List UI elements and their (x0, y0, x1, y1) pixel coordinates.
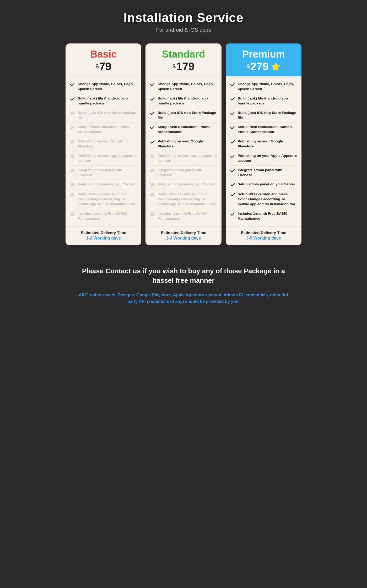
check-icon (230, 96, 235, 102)
feature-text: Change App Name, Colors, Logo, Splash Sc… (238, 82, 297, 92)
feature-text: Integrate admin panel with Firebase (78, 168, 137, 178)
plan-price-basic: $79 (71, 61, 136, 72)
feature-item: Integrate admin panel with Firebase (70, 166, 137, 180)
plan-footer-standard: Estimated Delivery Time2-3 Working days (145, 226, 221, 245)
price-symbol-premium: $ (247, 63, 250, 70)
feature-item: Setup Push Notification, Admob, Phone Au… (230, 123, 297, 137)
feature-text: Includes 1-month Free BASIC Maintainance (238, 211, 297, 221)
feature-text: Setup Push Notification, Phone Authentic… (158, 125, 217, 135)
plan-name-basic: Basic (71, 49, 136, 60)
feature-item: Change App Name, Colors, Logo, Splash Sc… (150, 80, 217, 94)
bottom-section: Please Contact us if you wish to buy any… (66, 261, 301, 310)
feature-item: Publishing on your Google Playstore (70, 137, 137, 151)
x-icon (70, 139, 75, 145)
feature-item: Publishing on your Google Playstore (230, 137, 297, 151)
feature-text: Setup admin panel on your Server (78, 182, 135, 187)
check-icon (70, 96, 75, 102)
x-icon (150, 182, 155, 187)
feature-text: Setup admin panel on your Server (158, 182, 215, 187)
feature-item: Build (.ipa) iOS App Store Package file (230, 108, 297, 123)
feature-text: Includes 1-month Free BASIC Maintainance (78, 211, 137, 221)
x-icon (150, 154, 155, 159)
delivery-time-premium: 3-5 Working days (230, 236, 297, 241)
check-icon (150, 82, 155, 87)
delivery-label-standard: Estimated Delivery Time (150, 230, 217, 235)
feature-item: Integrate admin panel with Firebase (150, 166, 217, 180)
check-icon (230, 139, 235, 145)
check-icon (230, 212, 235, 217)
feature-text: Includes 1-month Free BASIC Maintainance (158, 211, 217, 221)
feature-text: Setup admin panel on your Server (238, 182, 295, 187)
page-subtitle: For android & iOS apps (66, 27, 301, 33)
check-icon (230, 182, 235, 187)
feature-text: Publishing on your Apple Appstore accoun… (78, 153, 137, 163)
feature-item: Publishing on your Apple Appstore accoun… (230, 151, 297, 166)
check-icon (150, 139, 155, 145)
plan-price-premium: $279⭐ (231, 61, 296, 72)
page-wrapper: Installation Service For android & iOS a… (66, 10, 301, 310)
plan-footer-premium: Estimated Delivery Time3-5 Working days (226, 226, 301, 245)
x-icon (70, 182, 75, 187)
check-icon (150, 125, 155, 130)
feature-text: Change App Name, Colors, Logo, Splash Sc… (78, 82, 137, 92)
feature-text: Publishing on your Google Playstore (158, 139, 217, 149)
plan-header-standard: Standard$179 (145, 43, 221, 76)
feature-text: Setup Push Notification, Phone Authentic… (78, 125, 137, 135)
plans-grid: Basic$79Change App Name, Colors, Logo, S… (66, 43, 301, 245)
feature-text: Publishing on your Apple Appstore accoun… (158, 153, 217, 163)
check-icon (230, 125, 235, 130)
check-icon (230, 168, 235, 173)
plan-header-premium: Premium$279⭐ (226, 43, 301, 76)
features-list-basic: Change App Name, Colors, Logo, Splash Sc… (66, 76, 141, 226)
x-icon (70, 111, 75, 116)
feature-text: Build (.apk) file & android app bundle p… (158, 96, 217, 106)
feature-text: Integrate admin panel with Firebase (158, 168, 217, 178)
check-icon (150, 96, 155, 102)
feature-text: Build (.apk) file & android app bundle p… (78, 96, 137, 106)
delivery-label-premium: Estimated Delivery Time (230, 230, 297, 235)
feature-text: Build (.ipa) iOS App Store Package file (158, 110, 217, 120)
x-icon (70, 192, 75, 197)
x-icon (150, 192, 155, 197)
feature-item: Change App Name, Colors, Logo, Splash Sc… (70, 80, 137, 94)
feature-item: Build (.apk) file & android app bundle p… (150, 94, 217, 108)
feature-item: Setup admin panel on your Server (70, 180, 137, 190)
plan-footer-basic: Estimated Delivery Time1-2 Working days (66, 226, 141, 245)
feature-text: Setup WEB version and make Color changes… (158, 192, 217, 207)
check-icon (230, 111, 235, 116)
price-star-premium: ⭐ (271, 62, 280, 71)
check-icon (150, 111, 155, 116)
feature-item: Build (.ipa) iOS App Store Package file (150, 108, 217, 123)
plan-price-standard: $179 (151, 61, 216, 72)
feature-item: Change App Name, Colors, Logo, Splash Sc… (230, 80, 297, 94)
feature-item: Build (.ipa) iOS App Store Package file (70, 108, 137, 123)
price-symbol-standard: $ (172, 63, 176, 70)
feature-item: Build (.apk) file & android app bundle p… (230, 94, 297, 108)
check-icon (70, 82, 75, 87)
x-icon (70, 154, 75, 159)
page-title: Installation Service (66, 10, 301, 25)
feature-item: Includes 1-month Free BASIC Maintainance (150, 209, 217, 223)
check-icon (230, 154, 235, 159)
delivery-time-basic: 1-2 Working days (70, 236, 137, 241)
plan-card-premium: Premium$279⭐Change App Name, Colors, Log… (226, 43, 301, 245)
feature-text: Integrate admin panel with Firebase (238, 168, 297, 178)
x-icon (150, 212, 155, 217)
plan-name-premium: Premium (231, 49, 296, 60)
feature-text: Setup Push Notification, Admob, Phone Au… (238, 125, 297, 135)
delivery-label-basic: Estimated Delivery Time (70, 230, 137, 235)
feature-item: Includes 1-month Free BASIC Maintainance (230, 209, 297, 223)
disclaimer-text: All Graphic assets, Designs, Google Play… (76, 292, 291, 305)
price-amount-premium: 279 (250, 61, 269, 72)
feature-text: Change App Name, Colors, Logo, Splash Sc… (158, 82, 217, 92)
x-icon (150, 168, 155, 173)
feature-text: Setup WEB version and make Color changes… (78, 192, 137, 207)
contact-text: Please Contact us if you wish to buy any… (76, 266, 291, 285)
features-list-premium: Change App Name, Colors, Logo, Splash Sc… (226, 76, 301, 226)
feature-text: Setup WEB version and make Color changes… (238, 192, 297, 207)
header: Installation Service For android & iOS a… (66, 10, 301, 33)
price-amount-standard: 179 (176, 61, 195, 72)
feature-text: Build (.ipa) iOS App Store Package file (78, 110, 137, 120)
feature-item: Publishing on your Apple Appstore accoun… (150, 151, 217, 166)
feature-text: Build (.ipa) iOS App Store Package file (238, 110, 297, 120)
